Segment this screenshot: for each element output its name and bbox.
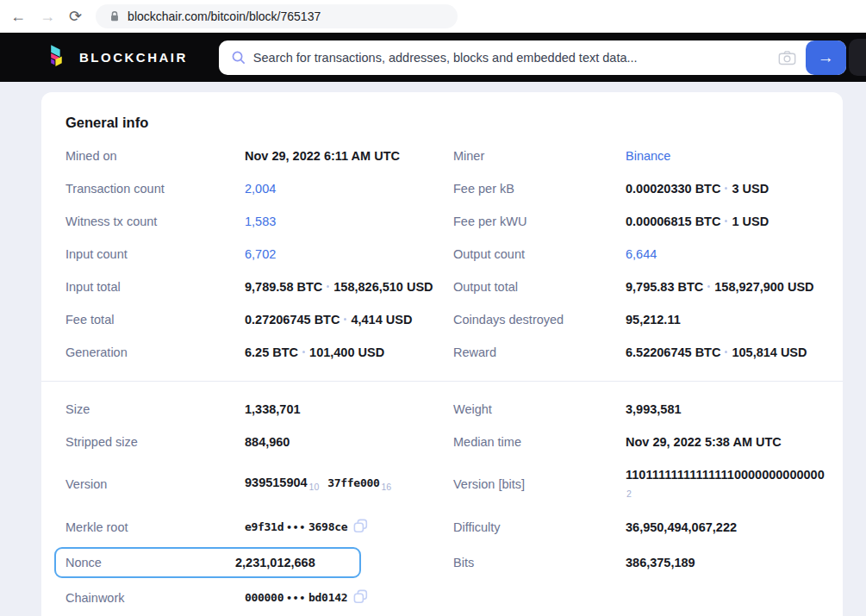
search-input[interactable]	[253, 51, 778, 65]
dot-separator	[344, 318, 346, 320]
row-label: Mined on	[65, 140, 245, 172]
back-icon[interactable]: ←	[10, 9, 26, 24]
row-label: Witness tx count	[65, 205, 245, 238]
row-value: 9,789.58 BTC158,826,510 USD	[245, 271, 453, 303]
nonce-highlight-box: Nonce 2,231,012,668	[54, 547, 361, 578]
dot-separator	[707, 285, 710, 288]
row-value: 0.00020330 BTC3 USD	[626, 172, 819, 205]
general-info-grid-bottom: Size 1,338,701 Weight 3,993,581 Stripped…	[65, 393, 819, 615]
row-label: Version	[65, 468, 245, 501]
forward-icon[interactable]: →	[40, 9, 55, 24]
row-label: Size	[65, 393, 245, 426]
transaction-count-link[interactable]: 2,004	[245, 182, 276, 196]
nonce-value: 2,231,012,668	[235, 554, 349, 571]
input-count-link[interactable]: 6,702	[245, 247, 276, 261]
refresh-icon[interactable]: ⟳	[69, 9, 82, 24]
row-value: 386,375,189	[626, 546, 825, 579]
row-value: Nov 29, 2022 5:38 AM UTC	[626, 426, 825, 458]
chainwork-value: 000000•••bd0142	[245, 581, 453, 615]
blockchair-logo-icon[interactable]	[47, 45, 67, 71]
base-subscript: 2	[626, 485, 825, 502]
browser-toolbar: ← → ⟳ blockchair.com/bitcoin/block/76513…	[0, 0, 866, 33]
copy-icon	[353, 589, 368, 604]
merkle-root-value: e9f31d•••3698ce	[245, 510, 453, 544]
row-label: Coindays destroyed	[453, 303, 626, 336]
output-count-link[interactable]: 6,644	[626, 247, 657, 261]
search-icon	[231, 50, 246, 65]
row-label: Input total	[65, 271, 245, 303]
general-info-card: General info Mined on Nov 29, 2022 6:11 …	[41, 92, 843, 616]
general-info-grid-top: Mined on Nov 29, 2022 6:11 AM UTC Miner …	[65, 140, 819, 369]
version-value: 9395159041037ffe00016	[245, 466, 453, 503]
row-label: Weight	[453, 393, 626, 426]
row-value: 884,960	[245, 426, 453, 458]
dot-separator	[725, 187, 727, 190]
dot-separator	[327, 285, 329, 288]
url-text: blockchair.com/bitcoin/block/765137	[128, 9, 321, 23]
page-background: General info Mined on Nov 29, 2022 6:11 …	[0, 82, 866, 616]
row-label: Difficulty	[453, 511, 626, 544]
copy-merkle-root-button[interactable]	[353, 519, 368, 536]
row-label: Output total	[453, 271, 626, 303]
search-bar: →	[219, 40, 846, 75]
base-subscript: 16	[381, 482, 391, 492]
row-label: Merkle root	[65, 511, 245, 544]
version-bits-value: 110111111111111110000000000000 2	[626, 458, 825, 510]
camera-search-button[interactable]	[778, 50, 796, 65]
header-menu-stub[interactable]	[849, 39, 866, 76]
dot-separator	[302, 351, 305, 353]
row-label: Fee total	[65, 303, 245, 336]
row-label: Bits	[453, 546, 626, 579]
row-value: 1,338,701	[245, 393, 453, 426]
base-subscript: 10	[309, 482, 320, 492]
row-label: Version [bits]	[453, 468, 626, 501]
row-value: Nov 29, 2022 6:11 AM UTC	[245, 140, 453, 172]
copy-icon	[353, 519, 368, 533]
row-label: Input count	[65, 238, 245, 271]
row-value: 6.52206745 BTC105,814 USD	[626, 336, 819, 369]
row-label: Output count	[453, 238, 626, 271]
row-label: Stripped size	[65, 426, 245, 458]
row-value: 36,950,494,067,222	[626, 511, 825, 544]
row-value: 0.27206745 BTC4,414 USD	[245, 303, 453, 336]
row-value: 0.00006815 BTC1 USD	[626, 205, 819, 238]
miner-link[interactable]: Binance	[626, 149, 670, 163]
row-value: 3,993,581	[626, 393, 825, 426]
brand-wordmark[interactable]: BLOCKCHAIR	[79, 50, 188, 65]
camera-icon	[778, 50, 796, 65]
row-value: 9,795.83 BTC158,927,900 USD	[626, 271, 819, 303]
witness-tx-count-link[interactable]: 1,583	[245, 215, 276, 228]
row-label: Fee per kWU	[453, 205, 626, 238]
dot-separator	[725, 220, 727, 222]
section-divider	[41, 381, 843, 382]
search-submit-button[interactable]: →	[806, 40, 846, 75]
address-bar[interactable]: blockchair.com/bitcoin/block/765137	[96, 4, 458, 28]
row-label: Generation	[65, 336, 245, 369]
dot-separator	[725, 351, 727, 353]
site-header: BLOCKCHAIR →	[0, 33, 866, 82]
row-label: Miner	[453, 140, 626, 172]
row-label: Nonce	[65, 554, 235, 571]
row-label: Median time	[453, 426, 626, 458]
row-label: Fee per kB	[453, 172, 626, 205]
nonce-highlight-row: Nonce 2,231,012,668	[65, 544, 453, 581]
row-label: Chainwork	[65, 582, 245, 614]
row-label: Transaction count	[65, 172, 245, 205]
page-title: General info	[65, 115, 819, 131]
row-value: 95,212.11	[626, 303, 819, 336]
row-value: 6.25 BTC101,400 USD	[245, 336, 453, 369]
copy-chainwork-button[interactable]	[353, 589, 368, 607]
row-label: Reward	[453, 336, 626, 369]
lock-icon	[109, 10, 120, 22]
